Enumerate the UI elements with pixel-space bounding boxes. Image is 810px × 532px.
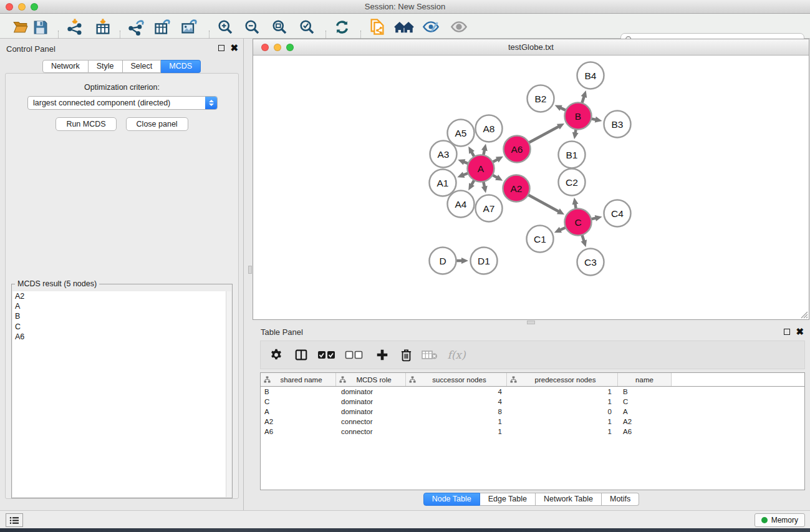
node-B3[interactable]: B3: [604, 111, 631, 138]
table-cell[interactable]: 0: [507, 407, 618, 417]
home-icon[interactable]: [393, 18, 415, 36]
tab-style[interactable]: Style: [89, 60, 123, 73]
table-cell[interactable]: 4: [406, 387, 507, 397]
table-cell[interactable]: 1: [507, 417, 618, 427]
tab-network[interactable]: Network: [42, 60, 89, 73]
table-cell[interactable]: 8: [406, 407, 507, 417]
column-header-MCDS-role[interactable]: MCDS role: [336, 373, 406, 386]
column-header-name[interactable]: name: [618, 373, 672, 386]
table-cell[interactable]: A: [618, 407, 672, 417]
float-panel-icon[interactable]: [218, 45, 224, 51]
table-cell[interactable]: 1: [507, 427, 618, 437]
network-close-icon[interactable]: [261, 44, 269, 51]
network-canvas-container[interactable]: AA1A2A3A4A5A6A7A8BB1B2B3B4CC1C2C3C4DD1: [253, 56, 809, 319]
table-row[interactable]: A6connector11A6: [261, 427, 804, 437]
settings-gear-icon[interactable]: [268, 347, 284, 363]
result-list-item[interactable]: A6: [12, 332, 231, 342]
table-cell[interactable]: C: [261, 397, 336, 407]
zoom-out-icon[interactable]: [243, 18, 261, 36]
result-list-item[interactable]: A2: [12, 291, 231, 301]
close-panel-icon[interactable]: ✖: [230, 44, 238, 52]
table-cell[interactable]: 4: [406, 397, 507, 407]
node-C4[interactable]: C4: [604, 200, 631, 227]
maximize-window-icon[interactable]: [31, 3, 38, 11]
import-network-icon[interactable]: [66, 18, 84, 36]
close-panel-button[interactable]: Close panel: [126, 117, 188, 131]
node-B4[interactable]: B4: [577, 62, 604, 89]
table-row[interactable]: A2connector11A2: [261, 417, 804, 427]
zoom-fit-icon[interactable]: [271, 18, 288, 36]
node-C1[interactable]: C1: [527, 226, 554, 253]
node-A7[interactable]: A7: [476, 195, 503, 222]
column-header-predecessor-nodes[interactable]: predecessor nodes: [507, 373, 618, 386]
deselect-all-icon[interactable]: [344, 347, 364, 363]
table-cell[interactable]: connector: [336, 417, 406, 427]
resize-grip-icon[interactable]: [801, 311, 808, 319]
import-table-icon[interactable]: [94, 18, 112, 36]
column-view-icon[interactable]: [293, 347, 309, 363]
network-maximize-icon[interactable]: [286, 44, 294, 51]
tab-node-table[interactable]: Node Table: [423, 493, 480, 506]
node-B[interactable]: B: [565, 103, 592, 130]
refresh-icon[interactable]: [333, 18, 350, 36]
close-window-icon[interactable]: [6, 3, 13, 11]
export-network-icon[interactable]: [127, 18, 145, 36]
table-close-panel-icon[interactable]: ✖: [796, 328, 804, 336]
node-D1[interactable]: D1: [471, 248, 498, 274]
minimize-window-icon[interactable]: [18, 3, 26, 11]
run-mcds-button[interactable]: Run MCDS: [55, 117, 116, 131]
add-column-icon[interactable]: [374, 347, 390, 363]
node-A6[interactable]: A6: [504, 136, 531, 163]
node-A3[interactable]: A3: [430, 141, 457, 168]
table-cell[interactable]: 1: [406, 427, 507, 437]
task-history-button[interactable]: [6, 513, 23, 527]
tab-network-table[interactable]: Network Table: [536, 493, 602, 506]
table-cell[interactable]: dominator: [336, 397, 406, 407]
select-all-icon[interactable]: [317, 347, 337, 363]
column-header-shared-name[interactable]: shared name: [261, 373, 336, 386]
tab-mcds[interactable]: MCDS: [161, 60, 201, 73]
node-C[interactable]: C: [565, 209, 592, 236]
hide-details-icon[interactable]: [422, 18, 440, 36]
node-A4[interactable]: A4: [448, 191, 475, 218]
table-float-panel-icon[interactable]: [784, 329, 790, 335]
network-window-title-bar[interactable]: testGlobe.txt: [253, 39, 809, 56]
table-cell[interactable]: A2: [261, 417, 336, 427]
save-icon[interactable]: [31, 18, 49, 36]
table-cell[interactable]: dominator: [336, 387, 406, 397]
tab-motifs[interactable]: Motifs: [602, 493, 639, 506]
export-image-icon[interactable]: [180, 18, 198, 36]
table-cell[interactable]: A: [261, 407, 336, 417]
table-cell[interactable]: connector: [336, 427, 406, 437]
table-cell[interactable]: 1: [406, 417, 507, 427]
zoom-selected-icon[interactable]: [298, 18, 316, 36]
table-cell[interactable]: A6: [261, 427, 336, 437]
table-cell[interactable]: B: [618, 387, 672, 397]
result-list-item[interactable]: A: [12, 301, 231, 311]
node-A2[interactable]: A2: [503, 175, 530, 202]
table-cell[interactable]: C: [618, 397, 672, 407]
table-row[interactable]: Adominator80A: [261, 407, 804, 417]
table-cell[interactable]: dominator: [336, 407, 406, 417]
node-C3[interactable]: C3: [577, 249, 604, 276]
network-minimize-icon[interactable]: [274, 44, 281, 51]
vertical-splitter-handle[interactable]: [248, 266, 252, 274]
node-A5[interactable]: A5: [448, 120, 475, 147]
table-cell[interactable]: A2: [618, 417, 672, 427]
node-D[interactable]: D: [430, 248, 456, 274]
zoom-in-icon[interactable]: [216, 18, 234, 36]
optimization-criterion-select[interactable]: largest connected component (directed): [27, 96, 218, 110]
result-list-item[interactable]: C: [12, 322, 231, 332]
node-A8[interactable]: A8: [476, 115, 503, 142]
clone-network-icon[interactable]: [369, 18, 386, 36]
delete-icon[interactable]: [398, 347, 414, 363]
tab-edge-table[interactable]: Edge Table: [480, 493, 536, 506]
node-B1[interactable]: B1: [559, 142, 586, 168]
table-cell[interactable]: B: [261, 387, 336, 397]
node-C2[interactable]: C2: [559, 169, 586, 196]
export-table-icon[interactable]: [153, 18, 171, 36]
node-B2[interactable]: B2: [528, 85, 554, 112]
node-A1[interactable]: A1: [430, 170, 456, 196]
table-row[interactable]: Cdominator41C: [261, 397, 804, 407]
show-details-icon[interactable]: [450, 18, 468, 36]
